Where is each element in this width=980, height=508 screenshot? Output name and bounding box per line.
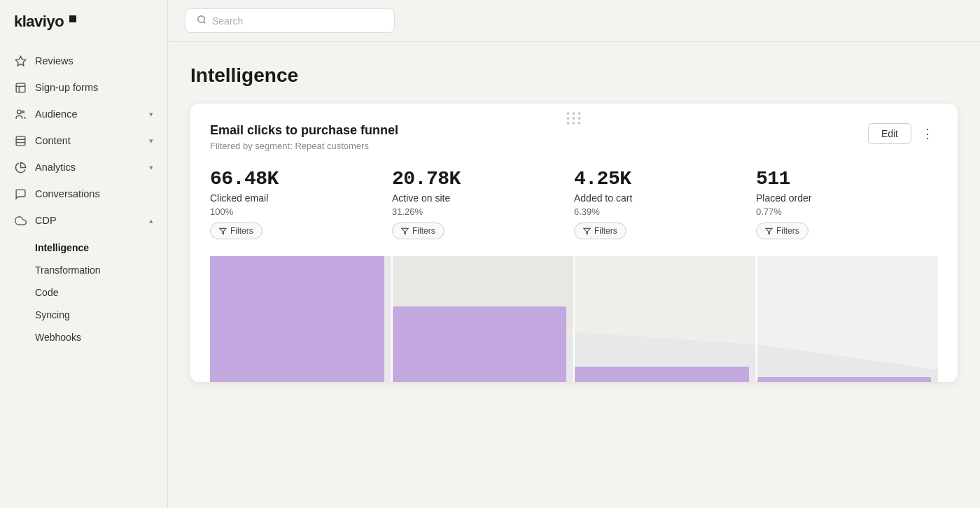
sidebar-item-syncing[interactable]: Syncing [0,304,167,326]
content-chevron: ▾ [149,136,153,146]
svg-point-9 [198,16,204,22]
metric-active-on-site: 20.78K Active on site 31.26% Filters [392,168,574,251]
svg-marker-14 [766,228,772,234]
card-header: Email clicks to purchase funnel Filtered… [210,123,938,151]
bar-fill-0 [210,256,384,382]
page-content: Intelligence Email clicks to purchase fu… [168,42,980,508]
sidebar-item-cdp-label: CDP [35,215,57,226]
svg-marker-19 [575,256,756,344]
analytics-icon [14,161,27,174]
funnel-chart [210,256,938,382]
card-actions: Edit ⋮ [868,123,938,144]
metric-pct-3: 0.77% [756,206,932,217]
metric-added-to-cart: 4.25K Added to cart 6.39% Filters [574,168,756,251]
conversations-icon [14,188,27,200]
bar-col-1 [393,256,574,382]
more-options-button[interactable]: ⋮ [917,123,938,144]
metric-value-0: 66.48K [210,168,386,190]
edit-button[interactable]: Edit [868,123,911,144]
metric-clicked-email: 66.48K Clicked email 100% Filters [210,168,392,251]
svg-marker-16 [385,256,391,382]
svg-marker-13 [584,228,590,234]
search-icon [197,15,206,27]
bar-fill-3 [757,377,932,382]
sidebar-item-transformation-label: Transformation [35,264,101,276]
sidebar-item-code[interactable]: Code [0,281,167,304]
logo-icon [69,15,76,22]
sidebar-item-audience[interactable]: Audience ▾ [0,101,167,127]
logo: klaviyo [0,0,167,42]
sidebar-item-syncing-label: Syncing [35,309,70,320]
svg-point-4 [17,110,21,114]
sidebar-item-content[interactable]: Content ▾ [0,127,167,154]
logo-text: klaviyo [14,13,64,31]
metric-pct-2: 6.39% [574,206,750,217]
drag-handle[interactable] [567,112,582,125]
sidebar: klaviyo Reviews Sign-up forms [0,0,168,508]
sidebar-item-analytics-label: Analytics [35,162,76,173]
filter-button-1[interactable]: Filters [392,223,444,239]
sidebar-item-audience-label: Audience [35,108,77,120]
sidebar-item-intelligence-label: Intelligence [35,242,89,253]
metric-label-2: Added to cart [574,192,750,204]
metric-pct-0: 100% [210,206,386,217]
bar-fill-2 [575,367,749,382]
signup-forms-icon [14,81,27,94]
sidebar-nav: Reviews Sign-up forms Audience ▾ [0,42,167,508]
metric-label-1: Active on site [392,192,568,204]
funnel-metrics: 66.48K Clicked email 100% Filters 20.78K… [210,168,938,251]
sidebar-item-intelligence[interactable]: Intelligence [0,237,167,259]
bar-col-2 [575,256,756,382]
card-subtitle: Filtered by segment: Repeat customers [210,141,398,151]
filter-button-0[interactable]: Filters [210,223,262,239]
svg-marker-12 [402,228,408,234]
sidebar-item-cdp[interactable]: CDP ▴ [0,207,167,234]
sidebar-item-transformation[interactable]: Transformation [0,259,167,281]
sidebar-item-reviews-label: Reviews [35,55,74,66]
metric-placed-order: 511 Placed order 0.77% Filters [756,168,938,251]
main-area: Search Intelligence Email clicks [168,0,980,508]
svg-marker-0 [15,56,25,65]
metric-pct-1: 31.26% [392,206,568,217]
metric-label-3: Placed order [756,192,932,204]
search-placeholder: Search [212,15,243,27]
sidebar-item-webhooks-label: Webhooks [35,332,81,343]
audience-icon [14,108,27,120]
more-options-icon: ⋮ [921,126,934,141]
svg-rect-1 [16,83,25,92]
funnel-card: Email clicks to purchase funnel Filtered… [190,104,958,382]
reviews-icon [14,55,27,67]
sidebar-item-conversations-label: Conversations [35,188,100,199]
search-box[interactable]: Search [185,8,395,33]
audience-chevron: ▾ [149,110,153,119]
sidebar-item-signup-forms[interactable]: Sign-up forms [0,74,167,101]
bar-fill-1 [393,306,567,382]
sidebar-item-analytics[interactable]: Analytics ▾ [0,154,167,181]
metric-label-0: Clicked email [210,192,386,204]
sidebar-item-conversations[interactable]: Conversations [0,181,167,207]
svg-point-5 [22,111,24,113]
page-title: Intelligence [190,64,958,87]
cdp-submenu: Intelligence Transformation Code Syncing… [0,234,167,351]
svg-marker-11 [220,228,226,234]
bar-col-0 [210,256,391,382]
content-icon [14,134,27,147]
svg-rect-6 [16,136,25,146]
sidebar-item-code-label: Code [35,287,58,298]
card-title-block: Email clicks to purchase funnel Filtered… [210,123,398,151]
metric-value-1: 20.78K [392,168,568,190]
metric-value-3: 511 [756,168,932,190]
svg-line-10 [204,22,206,24]
sidebar-item-webhooks[interactable]: Webhooks [0,326,167,348]
filter-button-2[interactable]: Filters [574,223,626,239]
topbar: Search [168,0,980,42]
cdp-chevron: ▴ [149,216,153,225]
sidebar-item-content-label: Content [35,135,71,146]
analytics-chevron: ▾ [149,163,153,172]
sidebar-item-reviews[interactable]: Reviews [0,48,167,74]
filter-button-3[interactable]: Filters [756,223,808,239]
metric-value-2: 4.25K [574,168,750,190]
bar-col-3 [757,256,939,382]
sidebar-item-signup-forms-label: Sign-up forms [35,82,98,93]
cdp-icon [14,214,27,227]
